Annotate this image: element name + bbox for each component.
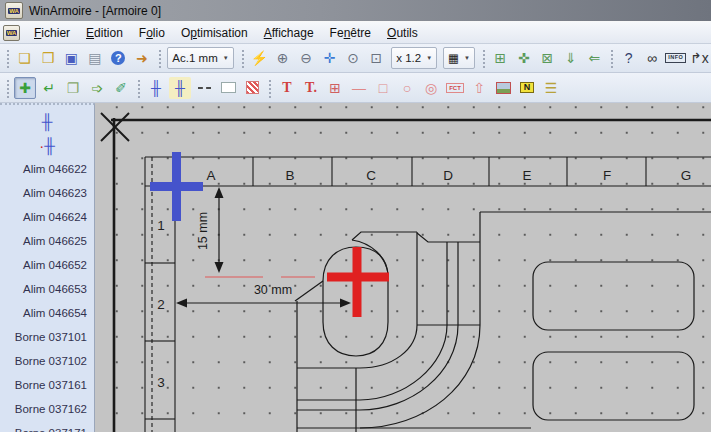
component-list-item[interactable]: Alim 046624 [0,205,94,229]
print-icon[interactable]: ▤ [84,47,105,69]
zoom-scale-combo[interactable]: x 1.2▼ [391,47,437,69]
column-label-E: E [522,168,531,183]
chevron-down-icon: ▼ [464,55,470,61]
fct-box-icon[interactable]: FCT [444,77,466,99]
white-rect-icon[interactable] [217,77,239,99]
component-list-item[interactable]: Borne 037101 [0,325,94,349]
context-help-icon: ? [625,51,633,65]
arrow-up-icon[interactable]: ⇧ [468,77,490,99]
component-symbol-active-icon[interactable]: ╫ [169,77,191,99]
menu-folio[interactable]: Folio [131,24,173,42]
exit-icon[interactable]: ➜ [131,47,152,69]
grid-step-combo[interactable]: Ac.1 mm▼ [167,47,233,69]
zoom-in-icon[interactable]: ⊕ [272,47,293,69]
component-list-item[interactable]: Borne 037171 [0,421,94,432]
symbol-contact-icon[interactable]: ╫ [0,109,94,133]
help-icon[interactable]: ? [108,47,129,69]
app-icon: WA [5,2,23,19]
help-icon: ? [111,51,125,65]
toolbar-grip [4,48,11,68]
menu-affichage[interactable]: Affichage [256,24,322,42]
blue-placement-cross[interactable] [150,152,203,221]
component-list-item[interactable]: Alim 046625 [0,229,94,253]
symbol-contact-marked-icon[interactable]: ·╫ [0,133,94,157]
title-bar[interactable]: WA WinArmoire - [Armoire 0] [0,0,711,22]
text-attribute-icon: T. [305,81,317,95]
layers-combo[interactable]: ▦▼ [443,47,475,69]
validate-return-icon[interactable]: ↵ [38,77,60,99]
stacked-lines-icon: ☰ [545,81,558,95]
dimension-30mm: 30 mm [176,283,351,308]
info-icon[interactable]: INFO [665,47,687,69]
fct-box-icon: FCT [446,83,464,93]
axis-origin-icon[interactable]: ↱x [689,47,710,69]
note-n-icon[interactable]: N [516,77,538,99]
component-list-item[interactable]: Alim 046654 [0,301,94,325]
grid-step-combo-value: Ac.1 mm [172,52,217,64]
target-circle-icon[interactable]: ◎ [420,77,442,99]
component-list-item[interactable]: Alim 046622 [0,157,94,181]
toolbar-grip [4,78,11,98]
component-symbol-icon[interactable]: ╫ [145,77,167,99]
symbol-contact-marked-icon: ╫ [44,137,55,154]
toolbar-grip [480,48,487,68]
delete-selection-icon[interactable]: ⊠ [537,47,558,69]
menu-fentre[interactable]: Fenêtre [322,24,379,42]
text-attribute-icon[interactable]: T. [300,77,322,99]
component-list-item[interactable]: Alim 046653 [0,277,94,301]
segment-icon[interactable]: — [348,77,370,99]
save-icon[interactable]: ▣ [61,47,82,69]
toolbar-grip [608,48,615,68]
zoom-page-icon[interactable]: ⊡ [366,47,387,69]
paste-folio-icon: ❐ [67,81,80,95]
component-list-item[interactable]: Alim 046623 [0,181,94,205]
dim-30mm-label: 30 mm [254,283,292,297]
text-tool-icon[interactable]: T [276,77,298,99]
exit-icon: ➜ [136,51,148,65]
zoom-page-icon: ⊡ [371,51,383,65]
zoom-previous-icon[interactable]: ⊖ [295,47,316,69]
load-selection-icon[interactable]: ⇐ [584,47,605,69]
paste-folio-icon[interactable]: ❐ [62,77,84,99]
text-table-icon[interactable]: ⊞ [324,77,346,99]
open-folder-icon[interactable]: ❒ [37,47,58,69]
duplicate-x2-icon[interactable]: ⊞ [490,47,511,69]
refresh-lightning-icon[interactable]: ⚡ [248,47,269,69]
component-symbol-active-icon: ╫ [175,81,185,95]
menu-optimisation[interactable]: Optimisation [173,24,256,42]
menu-outils[interactable]: Outils [379,24,426,42]
reference-grid-frame [145,157,711,432]
component-list-item[interactable]: Alim 046652 [0,253,94,277]
clean-brush-icon: ✐ [115,81,127,95]
pan-icon[interactable]: ✛ [319,47,340,69]
menu-fichier[interactable]: Fichier [26,24,78,42]
circle-icon[interactable]: ○ [396,77,418,99]
hatch-area-icon[interactable] [241,77,263,99]
move-tool-icon[interactable]: ✚ [14,77,36,99]
component-list-item[interactable]: Borne 037161 [0,373,94,397]
move-selection-icon[interactable]: ✜ [513,47,534,69]
toolbar-grip [266,78,273,98]
stacked-lines-icon[interactable]: ☰ [540,77,562,99]
target-circle-icon: ◎ [425,81,437,95]
new-file-icon: ❏ [18,51,31,65]
export-arrow-icon[interactable]: ➩ [86,77,108,99]
clean-brush-icon[interactable]: ✐ [110,77,132,99]
rectangle-icon[interactable]: □ [372,77,394,99]
context-help-icon[interactable]: ? [618,47,639,69]
delete-selection-icon: ⊠ [542,51,554,65]
red-placement-cross[interactable] [327,247,389,317]
cad-canvas[interactable]: ABCDEFG 123 [95,103,711,432]
save-selection-icon[interactable]: ⇓ [560,47,581,69]
zoom-selection-icon[interactable]: ⊙ [342,47,363,69]
menu-edition[interactable]: Edition [78,24,131,42]
component-list-item[interactable]: Borne 037102 [0,349,94,373]
dim-15mm-label: 15 mm [196,212,210,250]
image-icon[interactable] [492,77,514,99]
find-icon[interactable]: ∞ [641,47,662,69]
component-list-item[interactable]: Borne 037162 [0,397,94,421]
dashed-line-icon[interactable] [193,77,215,99]
chevron-down-icon: ▼ [223,55,229,61]
menu-bar: WA FichierEditionFolioOptimisationAffich… [0,22,711,44]
new-file-icon[interactable]: ❏ [14,47,35,69]
